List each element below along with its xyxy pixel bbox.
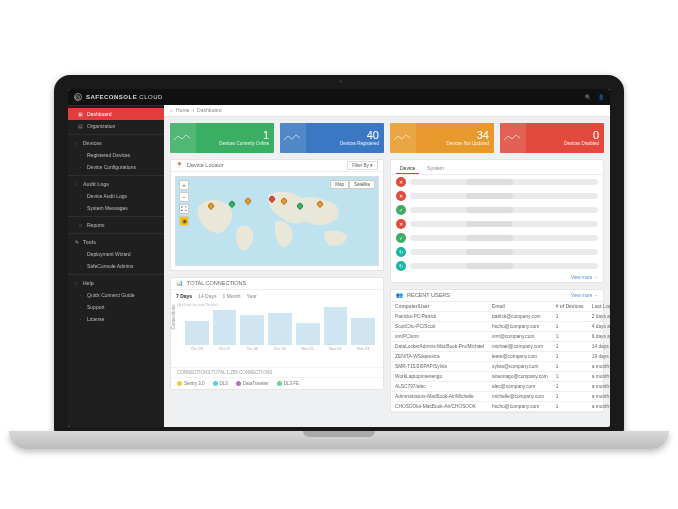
table-header[interactable]: Last Logged In [588, 302, 610, 312]
home-icon[interactable]: ⌂ [170, 107, 173, 113]
sidebar-item-registered-devices[interactable]: ·Registered Devices [68, 149, 164, 161]
event-status-icon: ✕ [396, 191, 406, 201]
events-tab-system[interactable]: System [423, 163, 448, 174]
sidebar-icon: ○ [74, 181, 79, 187]
laptop-bezel: ◎ SAFECONSOLE CLOUD 🔍 👤 ▣Dashboard▤Organ… [54, 75, 624, 435]
event-row[interactable]: ✓ [391, 231, 603, 245]
table-row[interactable]: DataLockerAdmins-MacBook-Pro/Michaelmich… [391, 341, 610, 351]
event-row[interactable]: ✕ [391, 175, 603, 189]
sidebar-icon: ▣ [78, 111, 83, 117]
table-row[interactable]: ScottChu-PC/Scotthscho@company.com14 day… [391, 321, 610, 331]
table-header[interactable]: # of Devices [552, 302, 588, 312]
sidebar-icon: · [78, 193, 83, 199]
sidebar-item-help: ○Help [68, 277, 164, 289]
connections-title: TOTAL CONNECTIONS [187, 280, 246, 286]
app-header: ◎ SAFECONSOLE CLOUD 🔍 👤 [68, 89, 610, 105]
events-view-more-link[interactable]: View more → [391, 273, 603, 282]
event-status-icon: ↻ [396, 247, 406, 257]
event-row[interactable]: ✓ [391, 203, 603, 217]
total-connections-panel: 📊 TOTAL CONNECTIONS 7 Days14 Days1 Month… [170, 277, 384, 390]
table-row[interactable]: WorkLaptop/menengoaneonago@company.com1a… [391, 371, 610, 381]
table-row[interactable]: SMR-T15/2I0PAP/Sylviasylvia@company.com1… [391, 361, 610, 371]
event-row[interactable]: ↻ [391, 259, 603, 273]
event-text [410, 221, 598, 227]
zoom-out-button[interactable]: − [179, 192, 189, 202]
table-header[interactable]: Computer/User [391, 302, 488, 312]
event-text [410, 249, 598, 255]
sidebar-item-devices: ○Devices [68, 137, 164, 149]
table-row[interactable]: ALSC797/alecalec@company.com1a month ago [391, 381, 610, 391]
table-row[interactable]: ZENITA-WS/ejessicaleare@company.com119 d… [391, 351, 610, 361]
summary-cards: 1Devices Currently Online40Devices Regis… [164, 117, 610, 159]
sidebar-item-device-configurations[interactable]: ·Device Configurations [68, 161, 164, 173]
sparkline-icon [500, 123, 526, 153]
event-row[interactable]: ↻ [391, 245, 603, 259]
sidebar-icon: ○ [74, 140, 79, 146]
summary-card[interactable]: 0Devices Disabled [500, 123, 604, 153]
brand-title: SAFECONSOLE CLOUD [86, 94, 163, 100]
sidebar-item-reports[interactable]: ○Reports [68, 219, 164, 231]
chart-bar: Oct 29 [213, 305, 237, 351]
range-option[interactable]: 14 Days [198, 293, 216, 299]
crumb-home[interactable]: Home [176, 107, 189, 113]
sidebar-item-organization[interactable]: ▤Organization [68, 120, 164, 132]
chart-icon: 📊 [176, 280, 183, 286]
legend-item: DL3 FE [277, 381, 299, 386]
sidebar-item-support[interactable]: ·Support [68, 301, 164, 313]
chart-bar: Nov 03 [351, 305, 375, 351]
table-row[interactable]: Patricks-PC/Patrickpatrick@company.com12… [391, 311, 610, 321]
table-row[interactable]: smrPC/smrsmr@company.com16 days ago [391, 331, 610, 341]
map-type-satellite[interactable]: Satellite [349, 180, 375, 189]
event-status-icon: ✓ [396, 233, 406, 243]
events-panel: DeviceSystem ✕✕✓✕✓↻↻ View more → [390, 159, 604, 283]
world-map[interactable]: + − ⛶ ◉ Map Satellite [175, 176, 379, 266]
laptop-base [9, 431, 669, 449]
sidebar-item-quick-connect-guide[interactable]: ·Quick Connect Guide [68, 289, 164, 301]
summary-card[interactable]: 34Devices Not Updated [390, 123, 494, 153]
brand-logo-icon: ◎ [74, 93, 82, 101]
streetview-button[interactable]: ◉ [179, 216, 189, 226]
pin-icon: 📍 [176, 162, 183, 168]
zoom-in-button[interactable]: + [179, 180, 189, 190]
event-row[interactable]: ✕ [391, 217, 603, 231]
summary-card[interactable]: 40Devices Registered [280, 123, 384, 153]
event-status-icon: ↻ [396, 261, 406, 271]
date-range-tabs: 7 Days14 Days1 MonthYear [171, 290, 383, 302]
sidebar-icon: ○ [78, 222, 83, 228]
sidebar-item-system-messages[interactable]: ·System Messages [68, 202, 164, 214]
sidebar-item-safeconsole-admins[interactable]: ·SafeConsole Admins [68, 260, 164, 272]
filter-by-button[interactable]: Filter By ▾ [347, 161, 378, 170]
sidebar-icon: ✎ [74, 239, 79, 245]
fullscreen-button[interactable]: ⛶ [179, 204, 189, 214]
event-row[interactable]: ✕ [391, 189, 603, 203]
sidebar-icon: ○ [74, 280, 79, 286]
map-type-map[interactable]: Map [330, 180, 349, 189]
table-row[interactable]: Administrators-MacBook-Air/Michellemiche… [391, 391, 610, 401]
event-text [410, 193, 598, 199]
sidebar-item-dashboard[interactable]: ▣Dashboard [68, 108, 164, 120]
range-option[interactable]: Year [247, 293, 257, 299]
recent-users-table: Computer/UserEmail# of DevicesLast Logge… [391, 302, 610, 412]
event-text [410, 235, 598, 241]
range-option[interactable]: 7 Days [176, 293, 192, 299]
legend-item: DL3 [213, 381, 228, 386]
sidebar-item-license[interactable]: ·License [68, 313, 164, 325]
table-row[interactable]: CHOSOOks-MacBook-Air/CHOSOOKhscho@compan… [391, 401, 610, 411]
events-tab-device[interactable]: Device [396, 163, 419, 174]
device-locator-panel: 📍 Device Locator Filter By ▾ [170, 159, 384, 271]
sidebar-icon: · [78, 316, 83, 322]
table-header[interactable]: Email [488, 302, 552, 312]
sparkline-icon [170, 123, 196, 153]
sidebar-icon: · [78, 164, 83, 170]
sidebar-item-device-audit-logs[interactable]: ·Device Audit Logs [68, 190, 164, 202]
header-user-icon[interactable]: 👤 [598, 94, 605, 100]
users-view-more-link[interactable]: View more → [571, 293, 598, 298]
event-text [410, 263, 598, 269]
sparkline-icon [280, 123, 306, 153]
sidebar-item-tools: ✎Tools [68, 236, 164, 248]
header-search-icon[interactable]: 🔍 [585, 94, 592, 100]
range-option[interactable]: 1 Month [222, 293, 240, 299]
sidebar-item-deployment-wizard[interactable]: ·Deployment Wizard [68, 248, 164, 260]
connections-chart: Connections Oct 28Oct 29Oct 30Oct 31Nov … [171, 307, 383, 367]
summary-card[interactable]: 1Devices Currently Online [170, 123, 274, 153]
